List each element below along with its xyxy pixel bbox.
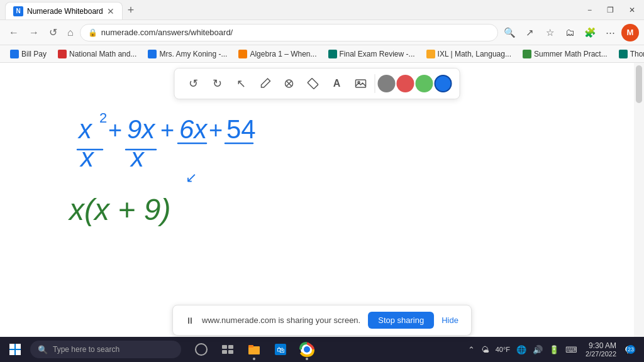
start-btn[interactable] [3,337,28,362]
svg-text:x(x + 9): x(x + 9) [68,193,170,226]
taskbar-search-box[interactable]: 🔍 Type here to search [30,341,181,358]
explorer-icon [247,343,261,356]
svg-rect-4 [356,80,366,87]
bookmark-label: Mrs. Amy Koning -... [159,50,227,58]
svg-text:🛍: 🛍 [277,345,285,354]
taskbar-chrome[interactable] [294,337,319,362]
whiteboard-area[interactable]: ↺ ↻ ↖ A [0,63,634,337]
undo-btn[interactable]: ↺ [182,72,205,95]
active-tab[interactable]: N Numerade Whiteboard ✕ [5,2,123,19]
pen-btn[interactable] [254,72,277,95]
address-bar[interactable]: 🔒 numerade.com/answers/whiteboard/ [80,24,498,41]
tray-network-icon[interactable]: 🌐 [514,344,528,356]
windows-icon-block [9,350,14,355]
share-nav-btn[interactable]: ↗ [521,24,538,41]
select-btn[interactable]: ↖ [230,72,253,95]
tray-keyboard-icon[interactable]: ⌨ [564,344,579,356]
clock-time: 9:30 AM [586,341,616,350]
search-nav-btn[interactable]: 🔍 [501,24,518,41]
svg-text:9x: 9x [127,114,156,144]
refresh-btn[interactable]: ↺ [45,24,61,41]
system-clock[interactable]: 9:30 AM 2/27/2022 [582,340,620,359]
notification-area[interactable]: 💬 23 [623,344,636,355]
minimize-btn[interactable]: − [584,4,596,16]
taskbar-explorer[interactable] [242,337,267,362]
taskbar-store[interactable]: 🛍 [268,337,293,362]
bookmarks-bar: Bill Pay National Math and... Mrs. Amy K… [0,45,644,63]
clock-date: 2/27/2022 [586,350,616,358]
taskbar-taskview[interactable] [215,337,240,362]
notification-badge: 23 [626,345,635,354]
bookmark-bill-pay[interactable]: Bill Pay [5,48,52,60]
color-gray-btn[interactable] [378,75,396,92]
maximize-btn[interactable]: ❐ [603,4,618,16]
taskbar-apps: 🛍 [189,337,319,362]
windows-icon-block [16,344,21,349]
color-red-btn[interactable] [397,75,414,92]
stop-sharing-btn[interactable]: Stop sharing [368,312,434,329]
more-btn[interactable]: ⋯ [601,24,619,41]
nav-bar: ← → ↺ ⌂ 🔒 numerade.com/answers/whiteboar… [0,20,644,45]
close-btn[interactable]: ✕ [625,4,639,16]
tray-weather-icon[interactable]: 🌤 [479,344,491,356]
share-message: www.numerade.com is sharing your screen. [202,315,360,325]
bookmark-ixl[interactable]: IXL | Math, Languag... [421,48,516,60]
text-btn[interactable]: A [326,72,348,95]
tab-close-btn[interactable]: ✕ [107,6,114,16]
nav-actions: 🔍 ↗ ☆ 🗂 🧩 ⋯ M [501,24,639,41]
svg-text:+: + [108,117,122,143]
search-icon: 🔍 [38,345,48,354]
bookmark-favicon [426,50,435,58]
back-btn[interactable]: ← [5,25,23,41]
lock-icon: 🔒 [88,28,97,37]
tray-expand-icon[interactable]: ⌃ [466,344,477,356]
forward-btn[interactable]: → [25,25,43,41]
bookmark-thomastik[interactable]: Thomastik-Infeld C... [614,48,644,60]
favorites-btn[interactable]: ☆ [541,24,558,41]
bookmark-label: Thomastik-Infeld C... [630,50,644,58]
scrollbar[interactable] [634,63,644,337]
new-tab-btn[interactable]: + [123,1,140,19]
bookmark-label: Summer Math Pract... [534,50,608,58]
tab-title: Numerade Whiteboard [27,7,103,16]
profile-btn[interactable]: M [621,24,639,41]
bookmark-national-math[interactable]: National Math and... [53,48,142,60]
bookmark-favicon [148,50,157,58]
app-indicator [253,358,255,360]
highlighter-btn[interactable] [302,72,325,95]
color-green-btn[interactable] [416,75,433,92]
chrome-icon [299,342,314,357]
svg-text:x: x [77,114,93,144]
tray-battery-icon[interactable]: 🔋 [547,344,561,356]
svg-rect-26 [228,350,233,354]
tray-temp-text: 40°F [494,344,512,354]
tab-area: N Numerade Whiteboard ✕ + [5,0,139,19]
svg-text:+: + [160,117,174,143]
bookmark-amy-koning[interactable]: Mrs. Amy Koning -... [143,48,232,60]
cortana-icon [194,343,208,356]
bookmark-final-exam[interactable]: Final Exam Review -... [323,48,420,60]
svg-text:54: 54 [226,114,256,144]
bookmark-algebra[interactable]: Algebra 1 – When... [233,48,321,60]
taskbar-cortana[interactable] [189,337,214,362]
svg-text:6x: 6x [179,114,208,144]
svg-text:x: x [130,143,145,172]
svg-rect-23 [222,345,227,349]
bookmark-summer-math[interactable]: Summer Math Pract... [518,48,613,60]
tray-volume-icon[interactable]: 🔊 [531,344,545,356]
scrollbar-thumb[interactable] [636,65,642,103]
image-btn[interactable] [350,72,372,95]
extensions-btn[interactable]: 🧩 [581,24,599,41]
windows-icon [9,344,21,355]
hide-btn[interactable]: Hide [441,315,458,325]
math-handwriting: x 2 + 9x + 6x + 54 x x [63,94,377,258]
svg-rect-3 [308,79,318,89]
home-btn[interactable]: ⌂ [64,25,77,41]
collections-btn[interactable]: 🗂 [561,24,579,41]
shapes-btn[interactable] [278,72,301,95]
color-blue-btn[interactable] [435,75,452,92]
svg-rect-25 [222,350,227,354]
title-bar: N Numerade Whiteboard ✕ + − ❐ ✕ [0,0,644,20]
bookmark-favicon [58,50,67,58]
redo-btn[interactable]: ↻ [206,72,229,95]
